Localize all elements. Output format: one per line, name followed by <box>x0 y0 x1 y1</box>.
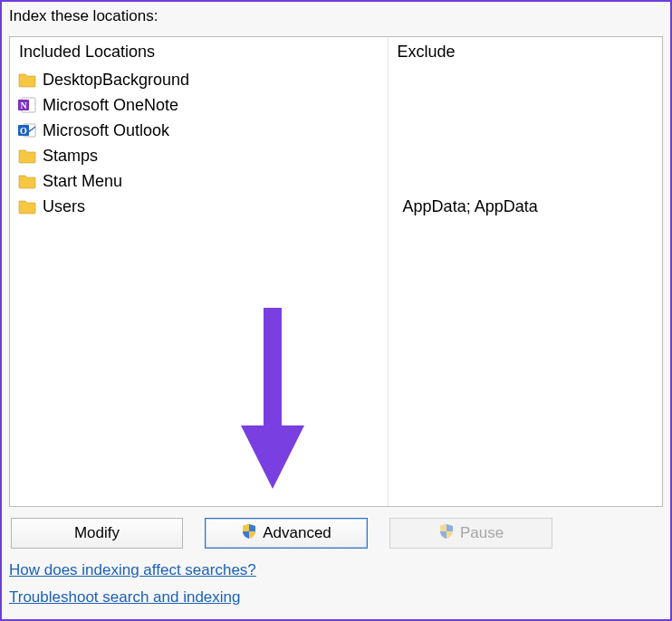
exclude-value: AppData; AppData <box>403 196 538 217</box>
advanced-button[interactable]: Advanced <box>205 518 368 549</box>
folder-icon <box>17 171 37 191</box>
exclude-cell <box>394 118 657 143</box>
button-bar: Modify Advanced <box>2 507 670 556</box>
exclude-cell <box>394 67 657 92</box>
onenote-icon: N <box>17 95 37 115</box>
folder-icon <box>17 196 37 216</box>
help-links: How does indexing affect searches? Troub… <box>2 556 670 619</box>
indexing-options-panel: Index these locations: Included Location… <box>0 0 672 621</box>
exclude-cell: AppData; AppData <box>394 194 657 219</box>
help-link-indexing[interactable]: How does indexing affect searches? <box>9 561 256 579</box>
column-header-exclude: Exclude <box>389 37 662 65</box>
exclude-value <box>403 69 408 91</box>
exclude-value <box>403 145 408 167</box>
included-location-row[interactable]: Stamps <box>15 143 382 168</box>
outlook-icon: O <box>17 120 37 140</box>
shield-icon <box>241 523 257 544</box>
included-location-row[interactable]: OMicrosoft Outlook <box>15 118 382 143</box>
included-location-row[interactable]: Start Menu <box>15 168 382 194</box>
column-included: Included Locations DesktopBackgroundNMic… <box>10 37 389 506</box>
locations-table: Included Locations DesktopBackgroundNMic… <box>9 36 663 507</box>
location-label: Microsoft Outlook <box>43 119 169 141</box>
pause-button-label: Pause <box>460 524 504 542</box>
advanced-button-label: Advanced <box>263 524 331 542</box>
modify-button[interactable]: Modify <box>11 518 183 549</box>
exclude-value <box>403 170 408 192</box>
included-location-row[interactable]: DesktopBackground <box>15 67 382 92</box>
exclude-cell <box>394 92 657 118</box>
location-label: Start Menu <box>43 170 122 192</box>
folder-icon <box>17 70 37 90</box>
pause-button: Pause <box>389 518 552 549</box>
modify-button-label: Modify <box>74 524 120 542</box>
location-label: Microsoft OneNote <box>43 94 178 116</box>
column-exclude: Exclude AppData; AppData <box>389 37 662 506</box>
help-link-troubleshoot[interactable]: Troubleshoot search and indexing <box>9 588 240 607</box>
exclude-value <box>403 119 408 141</box>
folder-icon <box>17 146 37 166</box>
location-label: Stamps <box>43 145 98 167</box>
exclude-value <box>403 94 408 116</box>
shield-icon <box>438 523 455 544</box>
included-rows: DesktopBackgroundNMicrosoft OneNoteOMicr… <box>10 65 388 221</box>
location-label: Users <box>43 196 85 217</box>
exclude-rows: AppData; AppData <box>389 65 662 221</box>
exclude-cell <box>394 168 657 194</box>
included-location-row[interactable]: Users <box>15 194 382 219</box>
svg-text:N: N <box>20 100 27 110</box>
svg-text:O: O <box>20 126 27 136</box>
location-label: DesktopBackground <box>43 69 189 91</box>
section-title: Index these locations: <box>2 2 670 29</box>
exclude-cell <box>394 143 657 168</box>
column-header-included: Included Locations <box>10 37 388 65</box>
included-location-row[interactable]: NMicrosoft OneNote <box>15 92 382 118</box>
